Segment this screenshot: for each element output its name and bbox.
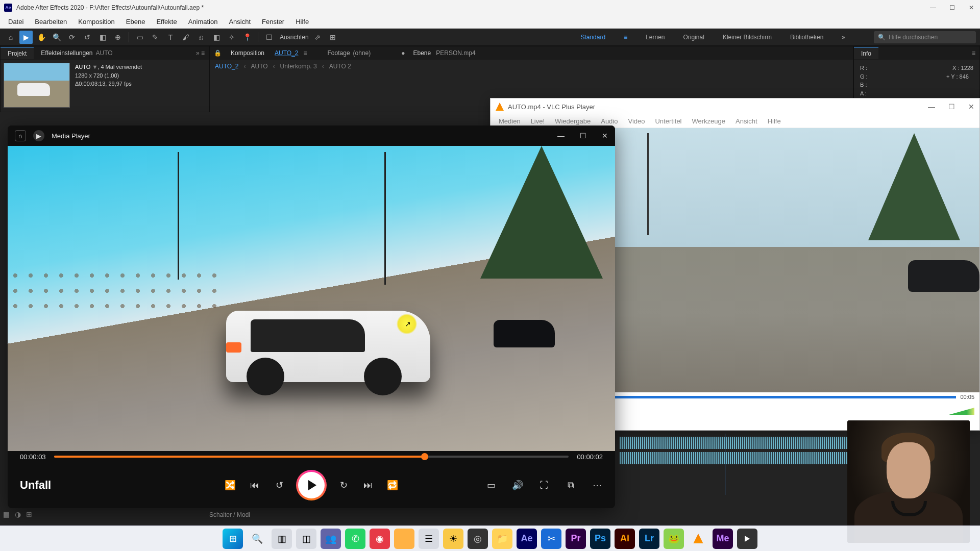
home-icon[interactable]: ⌂ xyxy=(15,130,26,141)
workspace-bibliotheken[interactable]: Bibliotheken xyxy=(790,34,823,41)
media-encoder-icon[interactable]: Me xyxy=(713,529,733,549)
selection-tool-icon[interactable]: ▶ xyxy=(19,31,33,44)
camera-tool-icon[interactable]: ◧ xyxy=(96,31,109,44)
comp-current[interactable]: AUTO_2 xyxy=(270,47,303,59)
vlc-menu-audio[interactable]: Audio xyxy=(597,116,622,126)
brush-tool-icon[interactable]: 🖌 xyxy=(179,31,192,44)
eraser-tool-icon[interactable]: ◧ xyxy=(210,31,223,44)
volume-icon[interactable]: 🔊 xyxy=(512,480,523,491)
app-icon[interactable]: ☀ xyxy=(443,529,463,549)
workspace-more-icon[interactable]: » xyxy=(842,34,845,41)
workspace-kleiner[interactable]: Kleiner Bildschirm xyxy=(723,34,772,41)
help-search-input[interactable]: 🔍 Hilfe durchsuchen xyxy=(874,31,976,43)
stamp-tool-icon[interactable]: ⎌ xyxy=(194,31,208,44)
bc-3[interactable]: AUTO 2 xyxy=(329,63,351,70)
whatsapp-icon[interactable]: ✆ xyxy=(345,529,365,549)
next-icon[interactable]: ⏭ xyxy=(362,480,374,491)
search-icon[interactable]: 🔍 xyxy=(247,529,267,549)
zoom-tool-icon[interactable]: 🔍 xyxy=(50,31,63,44)
vlc-menu-video[interactable]: Video xyxy=(624,116,649,126)
start-icon[interactable]: ⊞ xyxy=(223,529,243,549)
fwd30-icon[interactable]: ↻ xyxy=(338,480,349,491)
menu-fenster[interactable]: Fenster xyxy=(257,17,289,27)
obs-icon[interactable]: ◎ xyxy=(468,529,488,549)
menu-komposition[interactable]: Komposition xyxy=(73,17,120,27)
shape-tool-icon[interactable]: ▭ xyxy=(133,31,146,44)
shuffle-icon[interactable]: 🔀 xyxy=(225,480,236,491)
close-icon[interactable]: ✕ xyxy=(602,132,608,140)
roto-tool-icon[interactable]: ✧ xyxy=(225,31,238,44)
vlc-menu-ansicht[interactable]: Ansicht xyxy=(731,116,762,126)
menu-effekte[interactable]: Effekte xyxy=(151,17,182,27)
project-thumbnail[interactable] xyxy=(4,63,70,108)
app-icon[interactable]: ☰ xyxy=(419,529,439,549)
media-player-window[interactable]: ⌂ ▶ Media Player — ☐ ✕ 00:00:03 00:00:02… xyxy=(8,126,615,508)
photoshop-icon[interactable]: Ps xyxy=(590,529,610,549)
prev-icon[interactable]: ⏮ xyxy=(249,480,260,491)
vlc-icon[interactable] xyxy=(688,529,708,549)
play-button[interactable] xyxy=(298,472,325,498)
teams-icon[interactable]: 👥 xyxy=(321,529,341,549)
workspace-lernen[interactable]: Lernen xyxy=(646,34,665,41)
mail-icon[interactable]: ◉ xyxy=(370,529,390,549)
vlc-menu-hilfe[interactable]: Hilfe xyxy=(764,116,785,126)
home-tool-icon[interactable]: ⌂ xyxy=(4,31,17,44)
tab-projekt[interactable]: Projekt xyxy=(1,47,34,59)
premiere-icon[interactable]: Pr xyxy=(566,529,586,549)
repeat-icon[interactable]: 🔁 xyxy=(387,480,398,491)
explorer-icon[interactable]: 📁 xyxy=(492,529,512,549)
mp-video-area[interactable] xyxy=(8,146,615,451)
back10-icon[interactable]: ↺ xyxy=(274,480,285,491)
mp-seekbar[interactable] xyxy=(54,456,569,458)
layer-value[interactable]: PERSON.mp4 xyxy=(436,49,475,57)
menu-hilfe[interactable]: Hilfe xyxy=(290,17,314,27)
menu-datei[interactable]: Datei xyxy=(3,17,29,27)
rotate-tool-icon[interactable]: ↺ xyxy=(81,31,94,44)
minimize-icon[interactable]: — xyxy=(557,132,565,140)
minimize-icon[interactable]: — xyxy=(928,103,935,111)
orbit-tool-icon[interactable]: ⟳ xyxy=(65,31,79,44)
dropdown-icon[interactable]: ▼ xyxy=(92,64,97,70)
vlc-volume-icon[interactable] xyxy=(949,408,974,415)
close-icon[interactable]: ✕ xyxy=(968,103,974,111)
mp-titlebar[interactable]: ⌂ ▶ Media Player — ☐ ✕ xyxy=(8,126,615,146)
workspace-dropdown-icon[interactable]: ≡ xyxy=(624,34,627,41)
pen-tool-icon[interactable]: ✎ xyxy=(149,31,162,44)
vlc-menu-untertitel[interactable]: Untertitel xyxy=(651,116,685,126)
vlc-menu-live[interactable]: Live! xyxy=(527,116,549,126)
widgets-icon[interactable]: ◫ xyxy=(296,529,316,549)
snap-opt1-icon[interactable]: ⇗ xyxy=(311,31,324,44)
text-tool-icon[interactable]: T xyxy=(164,31,177,44)
maximize-icon[interactable]: ☐ xyxy=(580,132,586,140)
captions-icon[interactable]: ▭ xyxy=(485,480,497,491)
ae-titlebar[interactable]: Ae Adobe After Effects 2020 - F:\After E… xyxy=(0,0,980,15)
snap-opt2-icon[interactable]: ⊞ xyxy=(326,31,339,44)
menu-bearbeiten[interactable]: Bearbeiten xyxy=(30,17,72,27)
app-icon[interactable]: 🐸 xyxy=(664,529,684,549)
menu-ebene[interactable]: Ebene xyxy=(121,17,151,27)
bc-1[interactable]: AUTO xyxy=(251,63,267,70)
lightroom-icon[interactable]: Lr xyxy=(639,529,659,549)
firefox-icon[interactable] xyxy=(394,529,414,549)
after-effects-icon[interactable]: Ae xyxy=(517,529,537,549)
lock-icon[interactable]: 🔒 xyxy=(214,49,222,57)
media-player-icon[interactable] xyxy=(737,529,757,549)
maximize-icon[interactable]: ☐ xyxy=(949,4,957,11)
status-icon[interactable]: ◑ xyxy=(15,510,21,518)
menu-ansicht[interactable]: Ansicht xyxy=(224,17,256,27)
tab-effekteinstellungen[interactable]: Effekteinstellungen AUTO xyxy=(34,47,119,59)
fullscreen-icon[interactable]: ⛶ xyxy=(538,480,550,491)
panel-menu-icon[interactable]: ≡ xyxy=(972,49,979,57)
minimize-icon[interactable]: — xyxy=(930,4,937,11)
more-icon[interactable]: ⋯ xyxy=(592,480,603,491)
menu-animation[interactable]: Animation xyxy=(183,17,223,27)
comp-dropdown-icon[interactable]: ≡ xyxy=(304,49,307,57)
vlc-titlebar[interactable]: AUTO.mp4 - VLC Plus Player — ☐ ✕ xyxy=(491,98,979,115)
miniplayer-icon[interactable]: ⧉ xyxy=(565,480,576,491)
tab-info[interactable]: Info xyxy=(854,47,878,59)
bc-0[interactable]: AUTO_2 xyxy=(215,63,238,70)
taskview-icon[interactable]: ▥ xyxy=(272,529,292,549)
status-icon[interactable]: ▦ xyxy=(3,510,10,518)
workspace-standard[interactable]: Standard xyxy=(580,34,605,41)
hand-tool-icon[interactable]: ✋ xyxy=(35,31,48,44)
